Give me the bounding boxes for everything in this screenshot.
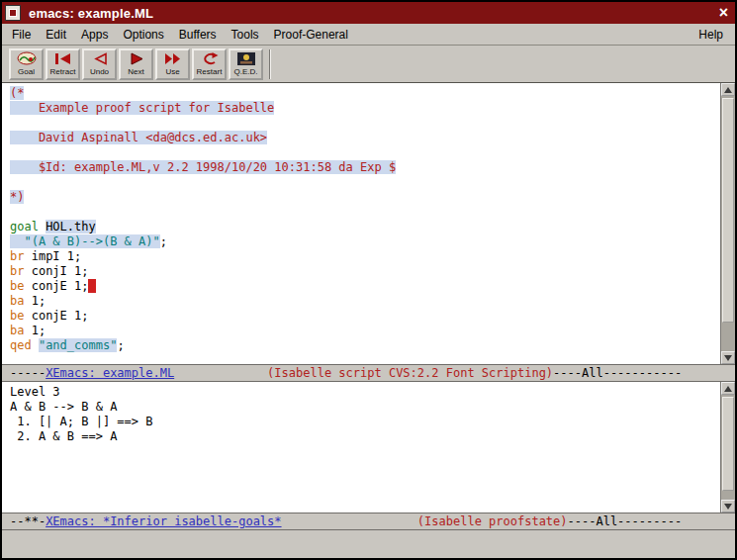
text-segment: br xyxy=(10,249,24,263)
buffer-line xyxy=(10,145,720,160)
menu-item-tools[interactable]: Tools xyxy=(231,28,259,42)
use-button-label: Use xyxy=(165,67,179,76)
text-segment: "and_comms" xyxy=(39,338,117,352)
text-segment: "(A & B)-->(B & A)" xyxy=(24,234,159,248)
text-segment: ----All----------- xyxy=(553,366,682,380)
script-scroll-up-button[interactable] xyxy=(721,83,735,96)
menu-item-help[interactable]: Help xyxy=(698,28,723,42)
script-scrollbar[interactable] xyxy=(720,83,735,364)
menu-item-file[interactable]: File xyxy=(12,28,31,42)
next-button[interactable]: Next xyxy=(119,48,153,80)
restart-icon xyxy=(199,51,221,66)
text-segment: Level 3 xyxy=(10,385,60,399)
script-modeline: -----XEmacs: example.ML (Isabelle script… xyxy=(2,364,735,382)
scroll-down-icon xyxy=(724,355,732,361)
next-icon xyxy=(126,51,147,66)
use-button[interactable]: Use xyxy=(155,48,190,80)
text-segment xyxy=(88,279,95,293)
buffer-line: 2. A & B ==> A xyxy=(10,429,720,444)
buffer-line: David Aspinall <da@dcs.ed.ac.uk> xyxy=(10,131,720,145)
text-segment: ba xyxy=(10,294,24,308)
text-segment: qed xyxy=(10,338,39,352)
buffer-line: qed "and_comms"; xyxy=(10,338,720,353)
text-segment: goal xyxy=(10,220,46,233)
buffer-line: A & B --> B & A xyxy=(10,400,720,415)
buffer-line: $Id: example.ML,v 2.2 1998/10/20 10:31:5… xyxy=(10,160,720,175)
buffer-line: goal HOL.thy xyxy=(10,220,720,234)
text-segment xyxy=(10,234,24,248)
text-segment: conjI 1; xyxy=(24,264,88,278)
buffer-line: br conjI 1; xyxy=(10,264,720,279)
window-menu-button[interactable] xyxy=(5,5,21,21)
buffer-line: *) xyxy=(10,190,720,205)
text-segment: be xyxy=(10,309,24,323)
qed-icon xyxy=(235,51,257,66)
goal-button[interactable]: Goal xyxy=(9,48,44,80)
text-segment xyxy=(282,514,417,528)
buffer-line: be conjE 1; xyxy=(10,279,720,294)
text-segment: Example proof script for Isabelle xyxy=(10,101,274,115)
menu-item-apps[interactable]: Apps xyxy=(81,28,108,42)
text-segment: --**- xyxy=(10,514,46,528)
qed-button[interactable]: Q.E.D. xyxy=(229,48,263,80)
text-segment: 2. A & B ==> A xyxy=(10,429,117,443)
goal-icon xyxy=(16,51,38,66)
scroll-up-icon xyxy=(724,386,732,392)
text-segment: David Aspinall <da@dcs.ed.ac.uk> xyxy=(10,131,267,144)
text-segment: A & B --> B & A xyxy=(10,400,117,414)
text-segment: conjE 1; xyxy=(24,309,88,323)
buffer-line: br impI 1; xyxy=(10,249,720,264)
text-segment xyxy=(174,366,267,380)
goals-buffer-window: Level 3A & B --> B & A 1. [| A; B |] ==>… xyxy=(2,382,735,513)
menu-item-proof-general[interactable]: Proof-General xyxy=(274,28,348,42)
buffer-line: ba 1; xyxy=(10,324,720,338)
restart-button[interactable]: Restart xyxy=(192,48,227,80)
buffer-line: (* xyxy=(10,86,720,101)
undo-button-label: Undo xyxy=(90,67,109,76)
goals-scrollbar-thumb[interactable] xyxy=(722,397,734,491)
next-button-label: Next xyxy=(128,67,143,76)
buffer-line: be conjE 1; xyxy=(10,309,720,324)
retract-button[interactable]: Retract xyxy=(46,48,80,80)
buffer-line: ba 1; xyxy=(10,294,720,309)
buffer-line: 1. [| A; B |] ==> B xyxy=(10,415,720,429)
goals-modeline: --**-XEmacs: *Inferior isabelle-goals* (… xyxy=(2,513,735,530)
text-segment: $Id: example.ML,v 2.2 1998/10/20 10:31:5… xyxy=(10,160,396,174)
undo-icon xyxy=(89,51,111,66)
script-scroll-down-button[interactable] xyxy=(721,351,735,364)
script-scrollbar-thumb[interactable] xyxy=(722,98,734,323)
text-segment: impI 1; xyxy=(24,249,81,263)
text-segment: XEmacs: example.ML xyxy=(46,366,174,380)
retract-icon xyxy=(52,51,74,66)
proof-general-toolbar: Goal Retract Undo Next Use Restart xyxy=(2,46,735,83)
window-menu-icon xyxy=(9,9,17,17)
scroll-down-icon xyxy=(724,504,732,510)
script-buffer[interactable]: (* Example proof script for Isabelle Dav… xyxy=(2,83,720,364)
text-segment: ; xyxy=(160,234,167,248)
text-segment: 1; xyxy=(24,324,46,337)
menu-item-options[interactable]: Options xyxy=(123,28,163,42)
text-segment: 1; xyxy=(24,294,46,308)
goals-scroll-up-button[interactable] xyxy=(721,382,735,395)
text-segment: (* xyxy=(10,86,24,100)
buffer-line: Level 3 xyxy=(10,385,720,400)
goals-scrollbar-trough[interactable] xyxy=(721,395,735,500)
text-segment: *) xyxy=(10,190,24,204)
text-segment: ba xyxy=(10,324,24,337)
text-segment: (Isabelle proofstate) xyxy=(417,514,568,528)
script-scrollbar-trough[interactable] xyxy=(721,96,735,351)
text-segment: 1. [| A; B |] ==> B xyxy=(10,415,153,428)
menubar: File Edit Apps Options Buffers Tools Pro… xyxy=(2,24,735,46)
use-icon xyxy=(162,51,184,66)
window-title: emacs: example.ML xyxy=(29,6,153,21)
close-icon[interactable]: × xyxy=(719,5,728,21)
goals-scroll-down-button[interactable] xyxy=(721,500,735,513)
undo-button[interactable]: Undo xyxy=(82,48,117,80)
minibuffer[interactable] xyxy=(2,530,735,558)
buffer-line xyxy=(10,205,720,220)
text-segment: ; xyxy=(117,338,124,352)
goals-buffer[interactable]: Level 3A & B --> B & A 1. [| A; B |] ==>… xyxy=(2,382,720,513)
menu-item-buffers[interactable]: Buffers xyxy=(179,28,217,42)
goals-scrollbar[interactable] xyxy=(720,382,735,513)
menu-item-edit[interactable]: Edit xyxy=(46,28,66,42)
